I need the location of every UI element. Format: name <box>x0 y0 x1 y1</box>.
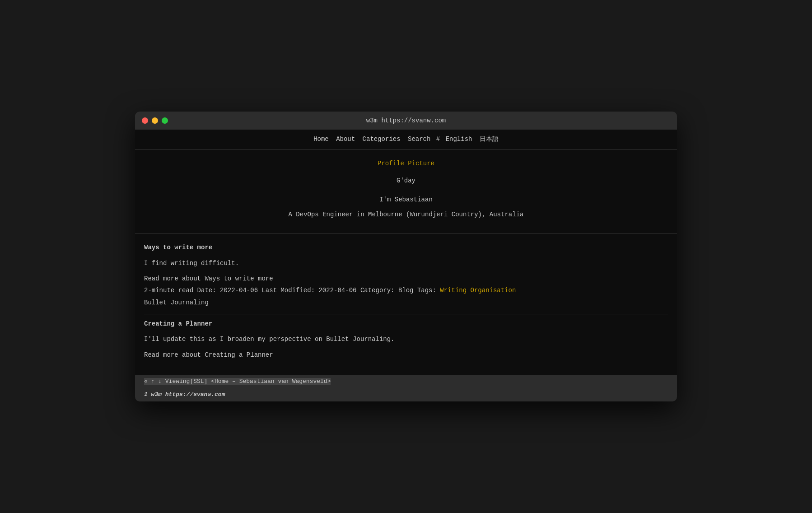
content-area: Home About Categories Search # English 日… <box>135 130 677 401</box>
post-excerpt: I find writing difficult. <box>144 258 668 268</box>
posts-section: Ways to write more I find writing diffic… <box>135 233 677 375</box>
terminal-window: w3m https://svanw.com Home About Categor… <box>135 112 677 401</box>
post-meta-text: 2-minute read Date: 2022-04-06 Last Modi… <box>144 287 436 294</box>
traffic-lights <box>142 117 168 124</box>
nav-japanese[interactable]: 日本語 <box>480 135 499 143</box>
nav-search[interactable]: Search <box>408 135 430 143</box>
bottom-bar-text: 1 w3m https://svanw.com <box>144 391 225 398</box>
intro-line1: I'm Sebastiaan <box>144 195 668 205</box>
nav-hash: # <box>436 135 440 143</box>
post-excerpt: I'll update this as I broaden my perspec… <box>144 334 668 344</box>
nav-english[interactable]: English <box>446 135 472 143</box>
bottom-bar: 1 w3m https://svanw.com <box>135 388 677 401</box>
close-button[interactable] <box>142 117 148 124</box>
navigation-bar: Home About Categories Search # English 日… <box>135 130 677 149</box>
intro-line2: A DevOps Engineer in Melbourne (Wurundje… <box>144 210 668 219</box>
post-read-more[interactable]: Read more about Creating a Planner <box>144 350 668 360</box>
post-read-more[interactable]: Read more about Ways to write more <box>144 274 668 284</box>
profile-picture-placeholder: Profile Picture <box>144 159 668 168</box>
post-meta: 2-minute read Date: 2022-04-06 Last Modi… <box>144 285 668 295</box>
window-title: w3m https://svanw.com <box>366 117 446 124</box>
post-title: Ways to write more <box>144 243 668 252</box>
titlebar: w3m https://svanw.com <box>135 112 677 130</box>
post-extra-tags: Bullet Journaling <box>144 298 668 308</box>
maximize-button[interactable] <box>162 117 168 124</box>
status-bar-text: « ↑ ↓ Viewing[SSL] <Home – Sebastiaan va… <box>144 378 331 385</box>
post-item: Creating a Planner I'll update this as I… <box>144 314 668 371</box>
nav-about[interactable]: About <box>336 135 355 143</box>
status-bar: « ↑ ↓ Viewing[SSL] <Home – Sebastiaan va… <box>135 375 677 388</box>
post-item: Ways to write more I find writing diffic… <box>144 238 668 314</box>
nav-categories[interactable]: Categories <box>363 135 401 143</box>
post-title: Creating a Planner <box>144 319 668 329</box>
post-tags: Writing Organisation <box>440 287 516 294</box>
greeting-text: G'day <box>144 176 668 186</box>
nav-home[interactable]: Home <box>313 135 329 143</box>
minimize-button[interactable] <box>152 117 158 124</box>
hero-section: Profile Picture G'day I'm Sebastiaan A D… <box>135 149 677 234</box>
